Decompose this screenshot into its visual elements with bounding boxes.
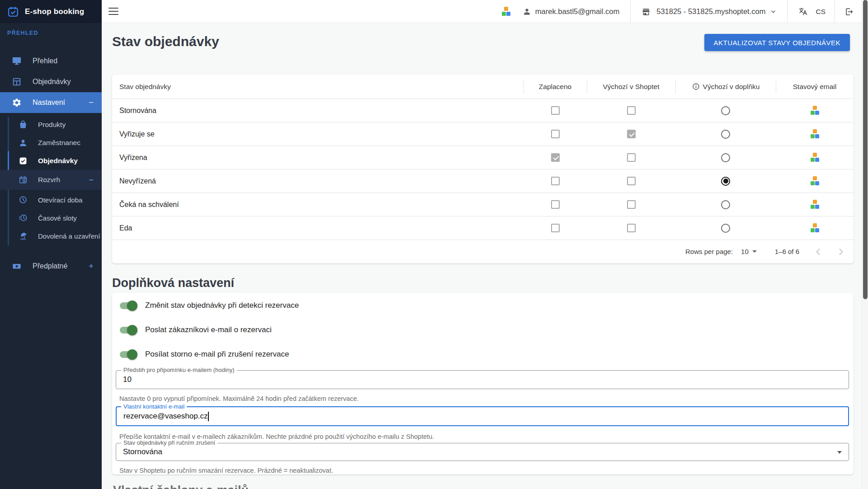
sidebar-item-rozvrh[interactable]: Rozvrh − — [0, 170, 102, 190]
status-email-icon[interactable] — [810, 153, 820, 162]
order-status-name: Nevyřízená — [112, 177, 524, 185]
column-header-status: Stav objednávky — [112, 83, 524, 91]
sidebar-item-zamestnanec[interactable]: Zaměstnanec — [0, 134, 102, 152]
zaplaceno-checkbox[interactable] — [551, 200, 560, 209]
sidebar-item-produkty[interactable]: Produkty — [0, 116, 102, 134]
sidebar-item-label: Otevírací doba — [38, 196, 82, 204]
table-icon — [12, 77, 22, 87]
order-status-name: Čeká na schválení — [112, 201, 524, 209]
hamburger-menu-icon[interactable] — [108, 8, 118, 15]
sidebar-item-objednavky-settings[interactable]: Objednávky — [0, 152, 102, 170]
rows-per-page-select[interactable]: 10 — [741, 248, 757, 255]
shop-selector-label: 531825 - 531825.myshoptet.com — [656, 7, 765, 16]
vychozi-doplnku-radio[interactable] — [721, 106, 730, 115]
previous-page-button[interactable] — [813, 246, 824, 257]
toggle-label: Posílat storno e-mail při zrušení rezerv… — [145, 350, 289, 359]
scrollbar-thumb[interactable] — [863, 0, 868, 299]
vychozi-doplnku-radio[interactable] — [721, 224, 730, 233]
divider — [630, 0, 631, 23]
zaplaceno-checkbox[interactable] — [551, 106, 560, 115]
vychozi-doplnku-radio[interactable] — [721, 177, 730, 186]
section-title-doplnkova-nastaveni: Doplňková nastavení — [112, 276, 234, 290]
order-status-table: Stav objednávky Zaplaceno Výchozí v Shop… — [112, 75, 854, 263]
contact-email-field[interactable]: Vlastní kontaktní e-mail rezervace@vases… — [116, 406, 849, 426]
check-square-icon — [19, 156, 28, 165]
divider — [787, 0, 788, 23]
translate-icon[interactable] — [798, 7, 808, 16]
contact-email-value[interactable]: rezervace@vaseshop.cz — [123, 412, 208, 421]
vychozi-shoptet-checkbox[interactable] — [627, 177, 636, 185]
order-status-name: Eda — [112, 224, 524, 232]
vychozi-shoptet-checkbox[interactable] — [627, 130, 636, 138]
logout-icon[interactable] — [844, 7, 854, 16]
zaplaceno-checkbox[interactable] — [551, 153, 560, 162]
status-email-icon[interactable] — [810, 223, 820, 233]
vychozi-shoptet-checkbox[interactable] — [627, 224, 636, 232]
language-code[interactable]: CS — [816, 8, 826, 16]
zaplaceno-checkbox[interactable] — [551, 177, 560, 185]
column-header-vychozi-shoptet: Výchozí v Shoptet — [587, 75, 675, 99]
sidebar-item-casove-sloty[interactable]: Časové sloty — [0, 209, 102, 227]
field-label: Stav objednávky při ručním zrušení — [121, 439, 217, 447]
sidebar-item-objednavky[interactable]: Objednávky — [0, 71, 102, 92]
chevron-down-icon — [769, 8, 777, 15]
vychozi-shoptet-checkbox[interactable] — [627, 200, 636, 209]
status-email-icon[interactable] — [810, 129, 820, 139]
table-row: Vyřizena — [112, 146, 854, 169]
shoptet-squares-icon — [501, 7, 511, 16]
vychozi-doplnku-radio[interactable] — [721, 130, 730, 139]
collapse-icon[interactable]: − — [89, 175, 94, 185]
cancel-status-select[interactable]: Stav objednávky při ručním zrušení Storn… — [116, 443, 849, 461]
main-content: Stav objednávky AKTUALIZOVAT STAVY OBJED… — [102, 23, 868, 489]
sidebar-item-predplatne[interactable]: Předplatné + — [0, 256, 102, 277]
toggle-change-status[interactable] — [119, 301, 137, 310]
divider — [835, 0, 835, 23]
toggle-label: Poslat zákazníkovi e-mail o rezervaci — [145, 325, 272, 334]
field-label: Předstih pro připomínku e-mailem (hodiny… — [121, 367, 237, 374]
vychozi-doplnku-radio[interactable] — [721, 200, 730, 209]
person-icon — [523, 7, 531, 16]
rows-per-page-label: Rows per page: — [685, 248, 733, 255]
reminder-hours-field[interactable]: Předstih pro připomínku e-mailem (hodiny… — [116, 370, 849, 389]
scrollbar-track[interactable] — [862, 0, 868, 489]
toggle-send-email[interactable] — [119, 325, 137, 335]
person-icon — [19, 138, 28, 147]
app-title: E-shop booking — [25, 7, 84, 16]
toggle-storno-email[interactable] — [119, 349, 137, 359]
sidebar-item-label: Časové sloty — [38, 214, 77, 222]
expand-icon[interactable]: + — [89, 261, 94, 271]
update-order-statuses-button[interactable]: AKTUALIZOVAT STAVY OBJEDNÁVEK — [704, 34, 850, 51]
status-email-icon[interactable] — [810, 176, 820, 186]
vychozi-shoptet-checkbox[interactable] — [627, 106, 636, 115]
table-row: Stornována — [112, 99, 854, 122]
info-icon[interactable] — [692, 82, 700, 91]
clock-icon — [19, 195, 28, 204]
vychozi-shoptet-checkbox[interactable] — [627, 153, 636, 162]
sidebar-item-label: Produkty — [38, 121, 66, 129]
sidebar-item-prehled[interactable]: Přehled — [0, 51, 102, 71]
sidebar-item-label: Nastavení — [33, 99, 65, 107]
sidebar-item-dovolena[interactable]: Dovolená a uzavření — [0, 227, 102, 245]
chevron-down-icon — [837, 451, 842, 454]
app-logo: E-shop booking — [0, 0, 102, 23]
sidebar-item-nastaveni[interactable]: Nastavení − — [0, 92, 102, 113]
order-status-rows: Stornována Vyřizuje se Vyřizena Nevyříze… — [112, 99, 854, 240]
status-email-icon[interactable] — [810, 200, 820, 209]
basket-icon — [19, 120, 28, 129]
vacation-umbrella-icon — [19, 231, 28, 240]
account-email: marek.bastl5@gmail.com — [535, 7, 619, 16]
next-page-button[interactable] — [835, 246, 846, 257]
sidebar-item-oteviraci-doba[interactable]: Otevírací doba — [0, 191, 102, 209]
vychozi-doplnku-radio[interactable] — [721, 153, 730, 162]
collapse-icon[interactable]: − — [89, 98, 94, 108]
zaplaceno-checkbox[interactable] — [551, 224, 560, 232]
zaplaceno-checkbox[interactable] — [551, 130, 560, 138]
shop-selector[interactable]: 531825 - 531825.myshoptet.com — [642, 0, 777, 23]
status-email-icon[interactable] — [810, 106, 820, 115]
sidebar-item-label: Předplatné — [33, 262, 67, 270]
table-row: Eda — [112, 216, 854, 240]
reminder-hours-input[interactable] — [123, 375, 842, 384]
banknote-icon — [12, 261, 22, 271]
sidebar-item-label: Zaměstnanec — [38, 139, 80, 147]
time-slots-icon — [19, 213, 28, 222]
